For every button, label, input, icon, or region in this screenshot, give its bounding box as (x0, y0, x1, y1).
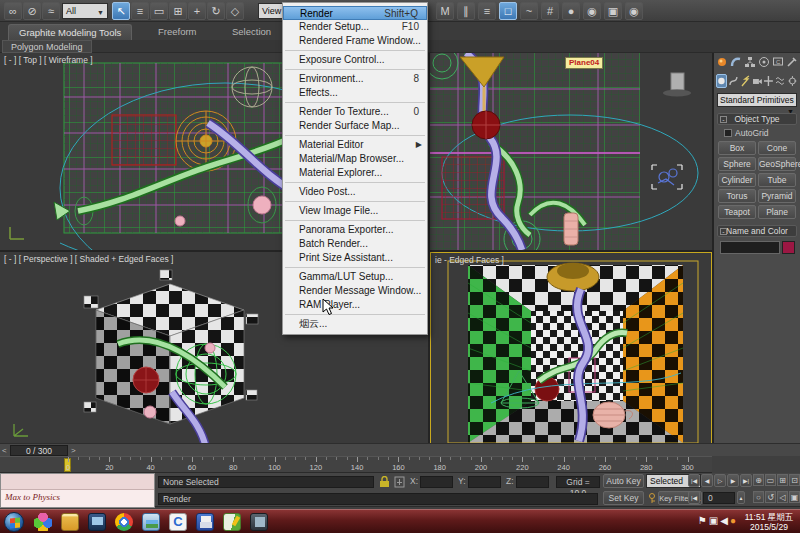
select-by-name-icon[interactable]: ≡ (131, 2, 149, 20)
menu-item-material-editor[interactable]: Material Editor▶ (283, 138, 427, 152)
z-coord-field[interactable] (516, 476, 549, 488)
menu-item-render-message-window[interactable]: Render Message Window... (283, 284, 427, 298)
viewport-front[interactable]: Plane04 (430, 53, 712, 250)
menu-item-exposure-control[interactable]: Exposure Control... (283, 53, 427, 67)
speaker-icon[interactable]: ◀ (720, 515, 730, 526)
menu-item-render[interactable]: RenderShift+Q (283, 6, 427, 20)
object-button-teapot[interactable]: Teapot (718, 205, 756, 219)
prev-frame-arrow[interactable]: < (2, 445, 7, 456)
phone-taskbar-icon[interactable] (250, 513, 268, 531)
track-bar[interactable]: 0204060801001201401601802002202402602803… (0, 456, 712, 473)
shapes-category-icon[interactable] (728, 74, 739, 88)
polygon-modeling-panel[interactable]: Polygon Modeling (2, 40, 92, 53)
image-taskbar-icon[interactable] (142, 513, 160, 531)
maxscript-mini-listener[interactable]: Max to Physics (0, 473, 155, 508)
name-color-rollout[interactable]: - Name and Color (717, 225, 797, 237)
object-button-box[interactable]: Box (718, 141, 756, 155)
macro-recorder-row[interactable] (1, 474, 154, 490)
y-coord-field[interactable] (468, 476, 501, 488)
object-type-rollout[interactable]: - Object Type (717, 113, 797, 125)
spacewarps-category-icon[interactable] (775, 74, 786, 88)
rendered-frame-icon[interactable]: ▣ (604, 2, 622, 20)
rect-selection-region-icon[interactable]: ▭ (150, 2, 168, 20)
menu-item-video-post[interactable]: Video Post... (283, 185, 427, 199)
maximize-viewport-icon[interactable]: ▣ (789, 491, 800, 503)
object-name-field[interactable] (720, 241, 780, 254)
current-frame-field[interactable]: 0 (703, 492, 735, 504)
menu-item-ram-player[interactable]: RAM Player... (283, 298, 427, 312)
curve-editor-icon[interactable]: ~ (520, 2, 538, 20)
select-and-rotate-icon[interactable]: ↻ (207, 2, 225, 20)
ribbon-tab-selection[interactable]: Selection (222, 24, 281, 40)
geometry-category-icon[interactable] (716, 74, 727, 88)
menu-item-batch-render[interactable]: Batch Render... (283, 237, 427, 251)
menu-item-panorama-exporter[interactable]: Panorama Exporter... (283, 223, 427, 237)
time-slider-handle[interactable]: 0 / 300 (10, 445, 68, 456)
viewport-perspective-label[interactable]: [ - ] [ Perspective ] [ Shaded + Edged F… (4, 254, 173, 264)
viewport-camera-label[interactable]: ie - Edged Faces ] (435, 255, 504, 265)
object-button-torus[interactable]: Torus (718, 189, 756, 203)
ribbon-tab-freeform[interactable]: Freeform (148, 24, 207, 40)
notepad-taskbar-icon[interactable] (223, 513, 241, 531)
go-to-end-button[interactable]: ▶| (740, 474, 752, 487)
pinwheel-taskbar-icon[interactable] (34, 513, 52, 531)
unlink-selection-icon[interactable]: ⊘ (23, 2, 41, 20)
remote-taskbar-icon[interactable] (88, 513, 106, 531)
absolute-mode-icon[interactable] (394, 476, 405, 488)
utilities-tab-icon[interactable] (786, 55, 798, 69)
menu-item-render-setup[interactable]: Render Setup...F10 (283, 20, 427, 34)
flag-icon[interactable]: ⚑ (698, 515, 709, 526)
set-key-button[interactable]: Set Key (603, 491, 644, 505)
chrome-taskbar-icon[interactable] (115, 513, 133, 531)
go-to-start-button[interactable]: |◀ (688, 491, 700, 504)
object-color-swatch[interactable] (782, 241, 795, 254)
pan-icon[interactable]: ◁ (777, 491, 788, 503)
auto-key-button[interactable]: Auto Key (603, 474, 644, 488)
cameras-category-icon[interactable] (752, 74, 763, 88)
frame-spinner[interactable]: ▲▼ (737, 491, 745, 504)
menu-item-material-map-browser[interactable]: Material/Map Browser... (283, 152, 427, 166)
align-icon[interactable]: ∥ (457, 2, 475, 20)
start-button[interactable] (4, 512, 24, 532)
explorer-taskbar-icon[interactable] (61, 513, 79, 531)
orbit-icon[interactable]: ↺ (765, 491, 776, 503)
key-mode-icon[interactable] (647, 492, 657, 504)
window-crossing-icon[interactable]: ⊞ (169, 2, 187, 20)
menu-item-environment[interactable]: Environment...8 (283, 72, 427, 86)
menu-item-[interactable]: 烟云... (283, 317, 427, 331)
fox-icon[interactable]: ● (730, 515, 738, 526)
menu-item-rendered-frame-window[interactable]: Rendered Frame Window... (283, 34, 427, 48)
ribbon-tab-graphite[interactable]: Graphite Modeling Tools (8, 24, 132, 40)
prev-frame-button[interactable]: ◀ (701, 474, 713, 487)
select-object-icon[interactable]: ↖ (112, 2, 130, 20)
menu-item-print-size-assistant[interactable]: Print Size Assistant... (283, 251, 427, 265)
object-button-sphere[interactable]: Sphere (718, 157, 756, 171)
viewport-camera-active[interactable]: ie - Edged Faces ] (430, 252, 712, 450)
selection-lock-icon[interactable] (379, 476, 390, 488)
modify-tab-icon[interactable] (730, 55, 742, 69)
hierarchy-tab-icon[interactable] (744, 55, 756, 69)
zoom-icon[interactable]: ⊕ (753, 474, 764, 486)
object-button-plane[interactable]: Plane (758, 205, 796, 219)
primitives-dropdown[interactable]: Standard Primitives▼ (717, 93, 797, 107)
motion-tab-icon[interactable] (758, 55, 770, 69)
select-and-move-icon[interactable]: + (188, 2, 206, 20)
viewport-top-label[interactable]: [ - ] [ Top ] [ Wireframe ] (4, 55, 93, 65)
next-frame-arrow[interactable]: > (71, 445, 76, 456)
menu-item-effects[interactable]: Effects... (283, 86, 427, 100)
layer-manager-icon[interactable]: ≡ (478, 2, 496, 20)
go-to-start-button[interactable]: |◀ (688, 474, 700, 487)
floppy-taskbar-icon[interactable] (196, 513, 214, 531)
x-coord-field[interactable] (420, 476, 453, 488)
menu-item-render-to-texture[interactable]: Render To Texture...0 (283, 105, 427, 119)
lights-category-icon[interactable] (740, 74, 751, 88)
zoom-region-icon[interactable]: ▭ (765, 474, 776, 486)
bind-to-spacewarp-icon[interactable]: ≈ (42, 2, 60, 20)
zoom-all-icon[interactable]: ⊡ (789, 474, 800, 486)
next-frame-button[interactable]: ▶ (727, 474, 739, 487)
object-button-geosphere[interactable]: GeoSphere (758, 157, 796, 171)
object-button-cone[interactable]: Cone (758, 141, 796, 155)
play-button[interactable]: ▷ (714, 474, 726, 487)
select-and-link-icon[interactable]: ∞ (4, 2, 22, 20)
mirror-icon[interactable]: M (436, 2, 454, 20)
